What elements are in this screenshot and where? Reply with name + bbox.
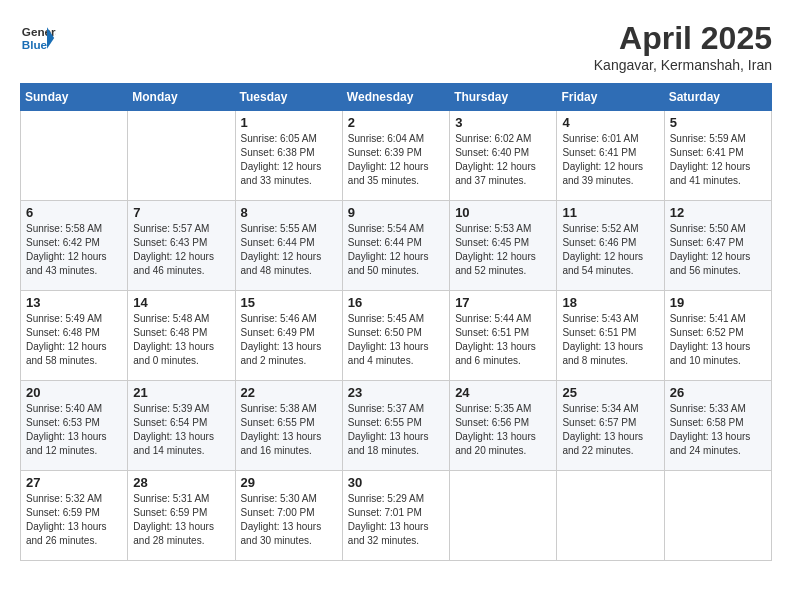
day-info: Sunrise: 6:01 AM Sunset: 6:41 PM Dayligh… bbox=[562, 132, 658, 188]
weekday-header: Wednesday bbox=[342, 84, 449, 111]
calendar-week-row: 27Sunrise: 5:32 AM Sunset: 6:59 PM Dayli… bbox=[21, 471, 772, 561]
calendar-cell: 12Sunrise: 5:50 AM Sunset: 6:47 PM Dayli… bbox=[664, 201, 771, 291]
day-number: 11 bbox=[562, 205, 658, 220]
calendar-cell: 3Sunrise: 6:02 AM Sunset: 6:40 PM Daylig… bbox=[450, 111, 557, 201]
calendar-cell: 16Sunrise: 5:45 AM Sunset: 6:50 PM Dayli… bbox=[342, 291, 449, 381]
calendar-cell: 11Sunrise: 5:52 AM Sunset: 6:46 PM Dayli… bbox=[557, 201, 664, 291]
day-number: 27 bbox=[26, 475, 122, 490]
day-number: 19 bbox=[670, 295, 766, 310]
day-info: Sunrise: 5:50 AM Sunset: 6:47 PM Dayligh… bbox=[670, 222, 766, 278]
day-info: Sunrise: 5:55 AM Sunset: 6:44 PM Dayligh… bbox=[241, 222, 337, 278]
calendar-cell: 6Sunrise: 5:58 AM Sunset: 6:42 PM Daylig… bbox=[21, 201, 128, 291]
day-number: 8 bbox=[241, 205, 337, 220]
day-info: Sunrise: 5:33 AM Sunset: 6:58 PM Dayligh… bbox=[670, 402, 766, 458]
day-number: 16 bbox=[348, 295, 444, 310]
calendar-cell: 19Sunrise: 5:41 AM Sunset: 6:52 PM Dayli… bbox=[664, 291, 771, 381]
calendar-cell: 9Sunrise: 5:54 AM Sunset: 6:44 PM Daylig… bbox=[342, 201, 449, 291]
calendar-cell: 14Sunrise: 5:48 AM Sunset: 6:48 PM Dayli… bbox=[128, 291, 235, 381]
calendar-cell: 5Sunrise: 5:59 AM Sunset: 6:41 PM Daylig… bbox=[664, 111, 771, 201]
calendar-body: 1Sunrise: 6:05 AM Sunset: 6:38 PM Daylig… bbox=[21, 111, 772, 561]
day-info: Sunrise: 5:53 AM Sunset: 6:45 PM Dayligh… bbox=[455, 222, 551, 278]
weekday-header: Thursday bbox=[450, 84, 557, 111]
weekday-header: Saturday bbox=[664, 84, 771, 111]
calendar-cell: 26Sunrise: 5:33 AM Sunset: 6:58 PM Dayli… bbox=[664, 381, 771, 471]
day-number: 22 bbox=[241, 385, 337, 400]
calendar-cell: 21Sunrise: 5:39 AM Sunset: 6:54 PM Dayli… bbox=[128, 381, 235, 471]
calendar-cell: 17Sunrise: 5:44 AM Sunset: 6:51 PM Dayli… bbox=[450, 291, 557, 381]
month-title: April 2025 bbox=[594, 20, 772, 57]
calendar-cell: 29Sunrise: 5:30 AM Sunset: 7:00 PM Dayli… bbox=[235, 471, 342, 561]
weekday-row: SundayMondayTuesdayWednesdayThursdayFrid… bbox=[21, 84, 772, 111]
calendar-week-row: 1Sunrise: 6:05 AM Sunset: 6:38 PM Daylig… bbox=[21, 111, 772, 201]
day-number: 7 bbox=[133, 205, 229, 220]
day-info: Sunrise: 5:32 AM Sunset: 6:59 PM Dayligh… bbox=[26, 492, 122, 548]
day-info: Sunrise: 5:34 AM Sunset: 6:57 PM Dayligh… bbox=[562, 402, 658, 458]
calendar-header: SundayMondayTuesdayWednesdayThursdayFrid… bbox=[21, 84, 772, 111]
day-number: 6 bbox=[26, 205, 122, 220]
calendar-cell bbox=[557, 471, 664, 561]
day-number: 28 bbox=[133, 475, 229, 490]
day-info: Sunrise: 5:30 AM Sunset: 7:00 PM Dayligh… bbox=[241, 492, 337, 548]
day-info: Sunrise: 5:40 AM Sunset: 6:53 PM Dayligh… bbox=[26, 402, 122, 458]
day-info: Sunrise: 6:05 AM Sunset: 6:38 PM Dayligh… bbox=[241, 132, 337, 188]
calendar-cell: 23Sunrise: 5:37 AM Sunset: 6:55 PM Dayli… bbox=[342, 381, 449, 471]
calendar-cell: 8Sunrise: 5:55 AM Sunset: 6:44 PM Daylig… bbox=[235, 201, 342, 291]
day-number: 12 bbox=[670, 205, 766, 220]
calendar-cell: 13Sunrise: 5:49 AM Sunset: 6:48 PM Dayli… bbox=[21, 291, 128, 381]
calendar-week-row: 13Sunrise: 5:49 AM Sunset: 6:48 PM Dayli… bbox=[21, 291, 772, 381]
weekday-header: Friday bbox=[557, 84, 664, 111]
weekday-header: Sunday bbox=[21, 84, 128, 111]
day-info: Sunrise: 5:41 AM Sunset: 6:52 PM Dayligh… bbox=[670, 312, 766, 368]
day-number: 26 bbox=[670, 385, 766, 400]
calendar-cell: 30Sunrise: 5:29 AM Sunset: 7:01 PM Dayli… bbox=[342, 471, 449, 561]
calendar-cell: 10Sunrise: 5:53 AM Sunset: 6:45 PM Dayli… bbox=[450, 201, 557, 291]
day-info: Sunrise: 5:43 AM Sunset: 6:51 PM Dayligh… bbox=[562, 312, 658, 368]
calendar-cell: 27Sunrise: 5:32 AM Sunset: 6:59 PM Dayli… bbox=[21, 471, 128, 561]
page-header: General Blue April 2025 Kangavar, Kerman… bbox=[20, 20, 772, 73]
day-info: Sunrise: 5:37 AM Sunset: 6:55 PM Dayligh… bbox=[348, 402, 444, 458]
day-number: 25 bbox=[562, 385, 658, 400]
day-info: Sunrise: 5:49 AM Sunset: 6:48 PM Dayligh… bbox=[26, 312, 122, 368]
day-number: 1 bbox=[241, 115, 337, 130]
weekday-header: Monday bbox=[128, 84, 235, 111]
day-number: 4 bbox=[562, 115, 658, 130]
calendar-table: SundayMondayTuesdayWednesdayThursdayFrid… bbox=[20, 83, 772, 561]
calendar-cell bbox=[450, 471, 557, 561]
calendar-cell: 1Sunrise: 6:05 AM Sunset: 6:38 PM Daylig… bbox=[235, 111, 342, 201]
day-number: 29 bbox=[241, 475, 337, 490]
day-info: Sunrise: 6:02 AM Sunset: 6:40 PM Dayligh… bbox=[455, 132, 551, 188]
calendar-cell: 22Sunrise: 5:38 AM Sunset: 6:55 PM Dayli… bbox=[235, 381, 342, 471]
day-info: Sunrise: 5:44 AM Sunset: 6:51 PM Dayligh… bbox=[455, 312, 551, 368]
calendar-week-row: 6Sunrise: 5:58 AM Sunset: 6:42 PM Daylig… bbox=[21, 201, 772, 291]
calendar-cell: 20Sunrise: 5:40 AM Sunset: 6:53 PM Dayli… bbox=[21, 381, 128, 471]
day-number: 14 bbox=[133, 295, 229, 310]
day-info: Sunrise: 6:04 AM Sunset: 6:39 PM Dayligh… bbox=[348, 132, 444, 188]
calendar-cell: 4Sunrise: 6:01 AM Sunset: 6:41 PM Daylig… bbox=[557, 111, 664, 201]
day-info: Sunrise: 5:52 AM Sunset: 6:46 PM Dayligh… bbox=[562, 222, 658, 278]
day-number: 17 bbox=[455, 295, 551, 310]
day-number: 3 bbox=[455, 115, 551, 130]
day-number: 15 bbox=[241, 295, 337, 310]
day-number: 2 bbox=[348, 115, 444, 130]
day-info: Sunrise: 5:35 AM Sunset: 6:56 PM Dayligh… bbox=[455, 402, 551, 458]
day-number: 18 bbox=[562, 295, 658, 310]
logo-icon: General Blue bbox=[20, 20, 56, 56]
logo: General Blue bbox=[20, 20, 56, 56]
title-area: April 2025 Kangavar, Kermanshah, Iran bbox=[594, 20, 772, 73]
calendar-cell: 2Sunrise: 6:04 AM Sunset: 6:39 PM Daylig… bbox=[342, 111, 449, 201]
calendar-cell bbox=[128, 111, 235, 201]
day-number: 24 bbox=[455, 385, 551, 400]
day-number: 13 bbox=[26, 295, 122, 310]
day-info: Sunrise: 5:58 AM Sunset: 6:42 PM Dayligh… bbox=[26, 222, 122, 278]
calendar-cell: 24Sunrise: 5:35 AM Sunset: 6:56 PM Dayli… bbox=[450, 381, 557, 471]
calendar-cell bbox=[21, 111, 128, 201]
day-number: 5 bbox=[670, 115, 766, 130]
calendar-cell: 7Sunrise: 5:57 AM Sunset: 6:43 PM Daylig… bbox=[128, 201, 235, 291]
day-info: Sunrise: 5:48 AM Sunset: 6:48 PM Dayligh… bbox=[133, 312, 229, 368]
calendar-cell: 25Sunrise: 5:34 AM Sunset: 6:57 PM Dayli… bbox=[557, 381, 664, 471]
day-number: 21 bbox=[133, 385, 229, 400]
svg-text:Blue: Blue bbox=[22, 38, 48, 51]
day-info: Sunrise: 5:29 AM Sunset: 7:01 PM Dayligh… bbox=[348, 492, 444, 548]
day-info: Sunrise: 5:38 AM Sunset: 6:55 PM Dayligh… bbox=[241, 402, 337, 458]
day-number: 30 bbox=[348, 475, 444, 490]
